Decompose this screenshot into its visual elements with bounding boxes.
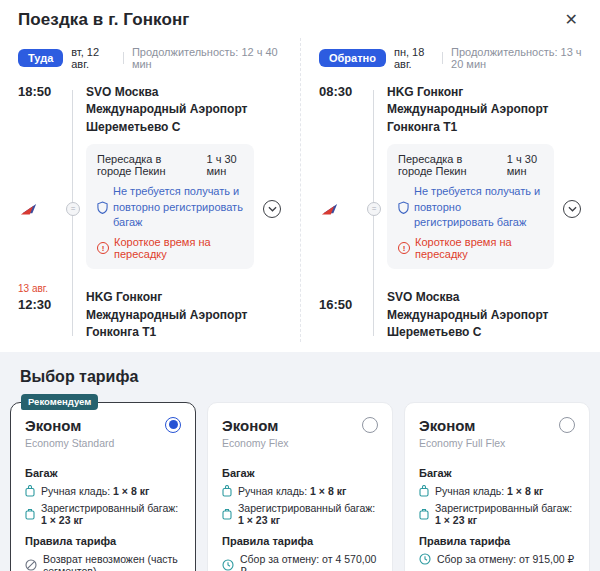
- arrival-time: 16:50: [319, 297, 352, 312]
- modal-header: Поездка в г. Гонконг ✕: [0, 0, 600, 34]
- recommended-badge: Рекомендуем: [21, 394, 98, 410]
- departure-time: 08:30: [319, 84, 361, 99]
- airline-logo-icon: [20, 202, 37, 216]
- warning-icon: !: [97, 242, 109, 254]
- divider: [442, 52, 443, 64]
- baggage-title: Багаж: [419, 467, 575, 479]
- layover-warning: Короткое время на пересадку: [415, 236, 543, 260]
- fare-subtitle: Economy Full Flex: [419, 437, 505, 449]
- direction-badge-return: Обратно: [319, 49, 386, 67]
- expand-chevron-icon[interactable]: [563, 200, 581, 218]
- fare-card-economy-flex[interactable]: Эконом Economy Flex Багаж Ручная кладь: …: [207, 402, 393, 571]
- baggage-title: Багаж: [25, 467, 181, 479]
- fare-radio[interactable]: [559, 417, 575, 433]
- fare-section: Выбор тарифа Рекомендуем Эконом Economy …: [0, 352, 600, 571]
- trip-modal: Поездка в г. Гонконг ✕ Туда вт, 12 авг. …: [0, 0, 600, 571]
- layover-duration: 1 ч 30 мин: [507, 153, 543, 177]
- departure-airport: HKG Гонконг Международный Аэропорт Гонко…: [387, 84, 554, 140]
- flights-section: Туда вт, 12 авг. Продолжительность: 12 ч…: [0, 34, 600, 352]
- baggage-line: Зарегистрированный багаж: 1 × 23 кг: [435, 502, 575, 526]
- fare-title: Эконом: [222, 417, 289, 434]
- layover-title: Пересадка в городе Пекин: [398, 153, 491, 177]
- arrival-airport: HKG Гонконг Международный Аэропорт Гонко…: [86, 277, 254, 341]
- checked-baggage-icon: [25, 508, 35, 520]
- hand-luggage-icon: [222, 485, 232, 497]
- fare-radio[interactable]: [362, 417, 378, 433]
- shield-icon: [97, 184, 108, 230]
- hand-luggage-icon: [25, 485, 35, 497]
- divider: [123, 52, 124, 64]
- departure-airport: SVO Москва Международный Аэропорт Шереме…: [86, 84, 254, 140]
- departure-time: 18:50: [18, 84, 60, 99]
- rules-title: Правила тарифа: [419, 535, 575, 547]
- baggage-line: Ручная кладь: 1 × 8 кг: [41, 485, 149, 497]
- baggage-line: Ручная кладь: 1 × 8 кг: [238, 485, 346, 497]
- layover-info: Пересадка в городе Пекин 1 ч 30 мин Не т…: [387, 144, 554, 269]
- expand-chevron-icon[interactable]: [263, 200, 281, 218]
- outbound-date: вт, 12 авг.: [71, 46, 115, 70]
- hand-luggage-icon: [419, 485, 429, 497]
- layover-baggage-note: Не требуется получать и повторно регистр…: [414, 184, 543, 230]
- checked-baggage-icon: [419, 508, 429, 520]
- transfer-node-icon: =: [367, 202, 381, 216]
- layover-info: Пересадка в городе Пекин 1 ч 30 мин Не т…: [86, 144, 254, 269]
- arrival-time: 12:30: [18, 297, 51, 312]
- fare-subtitle: Economy Standard: [25, 437, 114, 449]
- outbound-duration: Продолжительность: 12 ч 40 мин: [132, 46, 284, 70]
- fare-radio[interactable]: [165, 417, 181, 433]
- direction-badge-outbound: Туда: [18, 49, 63, 67]
- transfer-node-icon: =: [66, 202, 80, 216]
- baggage-line: Зарегистрированный багаж: 1 × 23 кг: [41, 502, 181, 526]
- rules-title: Правила тарифа: [222, 535, 378, 547]
- rule-line: Возврат невозможен (часть сегментов): [43, 553, 181, 571]
- clock-circle-icon: [419, 553, 431, 565]
- page-title: Поездка в г. Гонконг: [18, 10, 189, 30]
- return-duration: Продолжительность: 13 ч 20 мин: [451, 46, 584, 70]
- arrival-date: 13 авг.: [18, 283, 60, 295]
- layover-warning: Короткое время на пересадку: [114, 236, 243, 260]
- baggage-line: Зарегистрированный багаж: 1 × 23 кг: [238, 502, 378, 526]
- warning-icon: !: [398, 242, 410, 254]
- fare-title: Эконом: [25, 417, 114, 434]
- return-flight: Обратно пн, 18 авг. Продолжительность: 1…: [300, 38, 600, 342]
- clock-circle-icon: [222, 559, 234, 571]
- fare-subtitle: Economy Flex: [222, 437, 289, 449]
- airline-logo-icon: [321, 202, 338, 216]
- shield-icon: [398, 184, 409, 230]
- return-date: пн, 18 авг.: [394, 46, 434, 70]
- outbound-flight: Туда вт, 12 авг. Продолжительность: 12 ч…: [0, 38, 300, 342]
- fare-section-title: Выбор тарифа: [20, 368, 580, 386]
- close-icon[interactable]: ✕: [561, 10, 582, 30]
- arrival-airport: SVO Москва Международный Аэропорт Шереме…: [387, 277, 554, 341]
- baggage-title: Багаж: [222, 467, 378, 479]
- fare-card-economy-standard[interactable]: Рекомендуем Эконом Economy Standard Бага…: [10, 402, 196, 571]
- layover-duration: 1 ч 30 мин: [207, 153, 243, 177]
- rule-line: Сбор за отмену: от 915,00 ₽: [437, 553, 574, 565]
- rules-title: Правила тарифа: [25, 535, 181, 547]
- rule-line: Сбор за отмену: от 4 570,00 ₽: [240, 553, 378, 571]
- arrival-date: [319, 283, 361, 295]
- baggage-line: Ручная кладь: 1 × 8 кг: [435, 485, 543, 497]
- layover-baggage-note: Не требуется получать и повторно регистр…: [113, 184, 243, 230]
- no-return-icon: [25, 559, 37, 571]
- fare-card-economy-full-flex[interactable]: Эконом Economy Full Flex Багаж Ручная кл…: [404, 402, 590, 571]
- layover-title: Пересадка в городе Пекин: [97, 153, 191, 177]
- checked-baggage-icon: [222, 508, 232, 520]
- fare-title: Эконом: [419, 417, 505, 434]
